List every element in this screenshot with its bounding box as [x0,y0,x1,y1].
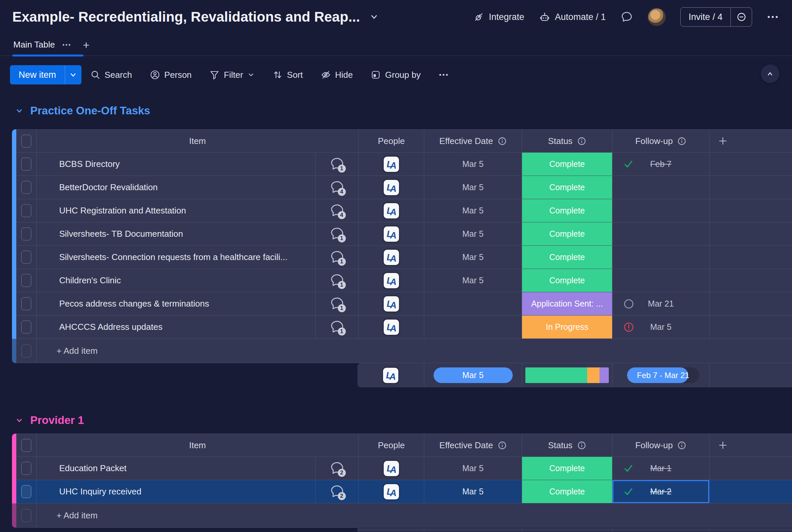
follow-up-cell[interactable]: Mar 1 [613,457,710,480]
item-name-cell[interactable]: Education Packet [37,457,315,480]
effective-date-cell[interactable]: Mar 5 [424,223,522,246]
la-avatar[interactable]: LA [383,368,398,383]
group-by-button[interactable]: Group by [362,70,430,80]
item-chat-cell[interactable]: 2 [315,457,359,480]
board-menu-button[interactable] [767,15,779,19]
people-cell[interactable]: LA [359,223,424,246]
board-title[interactable]: Example- Recredentialing, Revalidations … [12,9,360,25]
person-filter-button[interactable]: Person [141,70,200,80]
chat-bubble-icon[interactable]: 1 [329,297,345,311]
row-checkbox[interactable] [21,181,31,194]
effective-date-cell[interactable] [424,316,522,339]
group-collapse-chevron-icon[interactable] [15,416,24,424]
chat-bubble-icon[interactable]: 1 [329,157,345,172]
column-header-item[interactable]: Item [37,434,359,457]
status-cell[interactable]: Complete [522,223,613,246]
check-icon[interactable] [623,159,634,170]
board-chat-button[interactable] [620,11,633,23]
effective-date-cell[interactable]: Mar 5 [424,269,522,292]
new-item-caret-button[interactable] [65,65,81,84]
chevron-down-icon[interactable] [247,71,255,78]
status-cell[interactable]: Complete [522,153,613,176]
alert-icon[interactable] [623,322,634,333]
column-header-effective-date[interactable]: Effective Date [424,434,522,457]
add-column-button[interactable] [710,434,792,457]
group-title[interactable]: Provider 1 [30,414,84,426]
distribution-segment[interactable] [599,367,609,383]
column-header-people[interactable]: People [359,434,424,457]
row-checkbox[interactable] [21,462,31,475]
hide-button[interactable]: Hide [312,70,362,80]
new-item-button[interactable]: New item [10,65,65,84]
chat-bubble-icon[interactable]: 1 [329,273,345,288]
search-button[interactable]: Search [81,70,141,80]
column-header-item[interactable]: Item [37,129,359,153]
people-cell[interactable]: LA [359,246,424,269]
toolbar-more-button[interactable] [430,74,458,76]
check-icon[interactable] [623,463,634,474]
status-cell[interactable]: In Progress [522,316,613,339]
info-icon[interactable] [577,441,586,450]
item-name-cell[interactable]: Silversheets- TB Documentation [37,223,315,246]
column-header-status[interactable]: Status [522,434,613,457]
follow-up-cell[interactable] [613,223,710,246]
info-icon[interactable] [577,137,586,146]
people-cell[interactable]: LA [359,457,424,480]
follow-up-cell[interactable] [613,176,710,199]
column-header-status[interactable]: Status [522,129,613,153]
sort-button[interactable]: Sort [264,70,312,80]
checkbox[interactable] [21,135,31,148]
follow-up-cell[interactable]: Feb 7 [613,153,710,176]
follow-up-cell[interactable] [613,246,710,269]
column-header-follow-up[interactable]: Follow-up [613,129,710,153]
select-all-checkbox-cell[interactable] [16,129,37,153]
status-cell[interactable]: Complete [522,269,613,292]
select-all-checkbox-cell[interactable] [16,434,37,457]
people-cell[interactable]: LA [359,153,424,176]
row-checkbox[interactable] [21,204,31,217]
tab-main-table[interactable]: Main Table [13,40,71,50]
automate-button[interactable]: Automate / 1 [539,11,606,23]
column-header-effective-date[interactable]: Effective Date [424,129,522,153]
row-checkbox[interactable] [21,251,31,264]
people-cell[interactable]: LA [359,292,424,316]
add-item-label[interactable]: + Add item [37,339,792,363]
tab-menu-icon[interactable] [62,43,71,46]
item-chat-cell[interactable]: 1 [315,153,359,176]
effective-date-cell[interactable]: Mar 5 [424,153,522,176]
chat-bubble-icon[interactable]: 2 [329,484,345,499]
people-cell[interactable]: LA [359,176,424,199]
people-cell[interactable]: LA [359,269,424,292]
status-cell[interactable]: Complete [522,480,613,504]
add-item-row[interactable]: + Add item [12,504,792,528]
item-name-cell[interactable]: Silversheets- Connection requests from a… [37,246,315,269]
la-avatar[interactable]: LA [384,484,399,499]
chat-bubble-icon[interactable]: 1 [329,227,345,241]
add-item-row[interactable]: + Add item [12,339,792,363]
column-header-follow-up[interactable]: Follow-up [613,434,710,457]
add-view-button[interactable]: + [83,39,90,51]
follow-up-cell[interactable]: Mar 21 [613,292,710,316]
row-checkbox[interactable] [21,158,31,171]
status-cell[interactable]: Complete [522,199,613,223]
la-avatar[interactable]: LA [384,180,399,195]
copy-link-button[interactable] [731,8,752,26]
item-chat-cell[interactable]: 1 [315,269,359,292]
user-avatar[interactable] [648,8,665,26]
item-chat-cell[interactable]: 4 [315,199,359,223]
row-checkbox[interactable] [21,274,31,287]
follow-up-cell[interactable] [613,269,710,292]
chat-bubble-icon[interactable]: 1 [329,320,345,335]
effective-date-cell[interactable]: Mar 5 [424,176,522,199]
status-cell[interactable]: Complete [522,176,613,199]
check-icon[interactable] [623,487,634,497]
status-cell[interactable]: Complete [522,246,613,269]
item-chat-cell[interactable]: 1 [315,316,359,339]
follow-up-cell[interactable]: Mar 5 [613,316,710,339]
info-icon[interactable] [677,137,686,146]
column-header-people[interactable]: People [359,129,424,153]
item-name-cell[interactable]: UHC Registration and Attestation [37,199,315,223]
chat-bubble-icon[interactable]: 2 [329,461,345,476]
item-name-cell[interactable]: UHC Inquiry received [37,480,315,504]
row-checkbox[interactable] [21,297,31,310]
